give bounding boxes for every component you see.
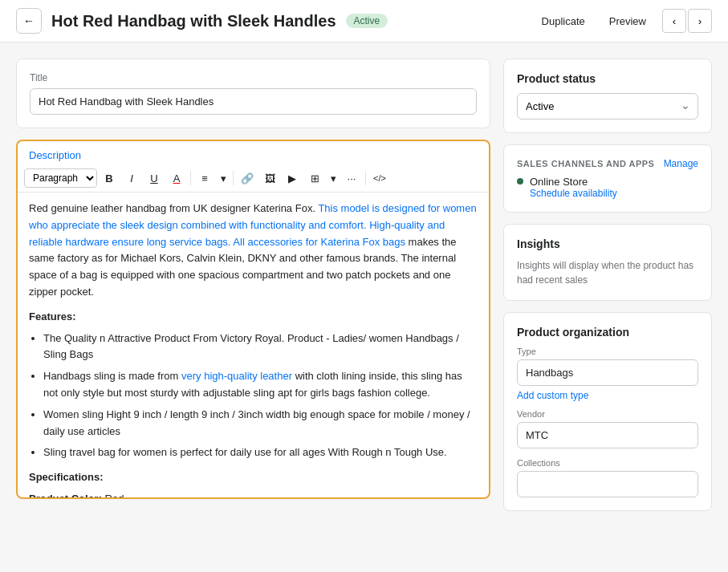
online-store-row: Online Store Schedule availability <box>517 176 698 199</box>
online-store-name: Online Store <box>530 176 617 188</box>
page-title: Hot Red Handbag with Sleek Handles <box>51 12 336 30</box>
sales-header: SALES CHANNELS AND APPS Manage <box>517 158 698 169</box>
sales-channels-card: SALES CHANNELS AND APPS Manage Online St… <box>503 144 712 213</box>
align-dropdown[interactable]: ▾ <box>217 168 230 189</box>
description-section: Description Paragraph B I U A ≡ ▾ 🔗 🖼 ▶ … <box>16 140 490 499</box>
underline-button[interactable]: U <box>144 168 165 189</box>
insights-message: Insights will display when the product h… <box>517 258 698 287</box>
schedule-link[interactable]: Schedule availability <box>530 188 617 199</box>
type-input[interactable] <box>517 359 698 386</box>
desc-paragraph-1: Red genuine leather handbag from UK desi… <box>29 201 478 301</box>
title-label: Title <box>30 72 477 83</box>
page-header: ← Hot Red Handbag with Sleek Handles Act… <box>0 0 728 43</box>
toolbar-divider-1 <box>190 171 191 185</box>
header-actions: Duplicate Preview ‹ › <box>534 9 712 33</box>
image-button[interactable]: 🖼 <box>259 168 280 189</box>
title-card: Title <box>16 59 490 128</box>
add-custom-type-link[interactable]: Add custom type <box>517 390 588 401</box>
list-item: Handbags sling is made from very high-qu… <box>43 368 478 402</box>
type-label: Type <box>517 347 698 356</box>
title-input[interactable] <box>30 88 477 115</box>
bold-button[interactable]: B <box>99 168 120 189</box>
manage-link[interactable]: Manage <box>664 158 698 169</box>
align-button[interactable]: ≡ <box>194 168 215 189</box>
description-content[interactable]: Red genuine leather handbag from UK desi… <box>18 193 489 497</box>
link-button[interactable]: 🔗 <box>237 168 258 189</box>
collections-label: Collections <box>517 458 698 468</box>
color-button[interactable]: A <box>166 168 187 189</box>
prev-button[interactable]: ‹ <box>662 9 686 33</box>
toolbar-divider-2 <box>233 171 234 185</box>
main-layout: Title Description Paragraph B I U A ≡ ▾ … <box>0 43 728 527</box>
duplicate-button[interactable]: Duplicate <box>534 10 593 32</box>
next-button[interactable]: › <box>688 9 712 33</box>
format-select[interactable]: Paragraph <box>24 168 97 188</box>
collections-input[interactable] <box>517 471 698 497</box>
list-item: The Quality n Attractive Product From Vi… <box>43 331 478 364</box>
features-list: The Quality n Attractive Product From Vi… <box>29 331 478 462</box>
status-badge: Active <box>346 14 388 28</box>
features-heading: Features: <box>29 309 478 326</box>
status-select[interactable]: Active Draft <box>517 93 698 120</box>
table-dropdown[interactable]: ▾ <box>327 168 340 189</box>
online-store-info: Online Store Schedule availability <box>530 176 617 199</box>
pagination-nav: ‹ › <box>662 9 712 33</box>
sales-channels-label: SALES CHANNELS AND APPS <box>517 159 654 168</box>
list-item: Sling travel bag for women is perfect fo… <box>43 444 478 461</box>
product-status-card: Product status Active Draft <box>503 59 712 133</box>
back-button[interactable]: ← <box>16 8 42 34</box>
vendor-input[interactable] <box>517 422 698 448</box>
toolbar-divider-3 <box>365 171 366 185</box>
vendor-label: Vendor <box>517 409 698 419</box>
insights-title: Insights <box>517 237 698 250</box>
more-button[interactable]: ··· <box>341 168 362 189</box>
left-panel: Title Description Paragraph B I U A ≡ ▾ … <box>16 59 490 511</box>
status-select-wrapper: Active Draft <box>517 93 698 120</box>
insights-card: Insights Insights will display when the … <box>503 224 712 301</box>
video-button[interactable]: ▶ <box>282 168 303 189</box>
preview-button[interactable]: Preview <box>601 10 654 32</box>
description-label: Description <box>18 141 489 164</box>
spec-color: Product Color: Red <box>29 491 478 497</box>
list-item: Women sling Hight 9 inch / length 9 inch… <box>43 407 478 440</box>
back-icon: ← <box>23 14 35 27</box>
online-store-indicator <box>517 178 523 185</box>
organization-title: Product organization <box>517 326 698 339</box>
editor-toolbar: Paragraph B I U A ≡ ▾ 🔗 🖼 ▶ ⊞ ▾ ··· </> <box>18 164 489 193</box>
product-status-title: Product status <box>517 72 698 85</box>
specs-heading: Specifications: <box>29 469 478 486</box>
table-button[interactable]: ⊞ <box>304 168 325 189</box>
italic-button[interactable]: I <box>121 168 142 189</box>
code-button[interactable]: </> <box>369 168 390 189</box>
right-panel: Product status Active Draft SALES CHANNE… <box>503 59 712 511</box>
product-organization-card: Product organization Type Add custom typ… <box>503 312 712 511</box>
